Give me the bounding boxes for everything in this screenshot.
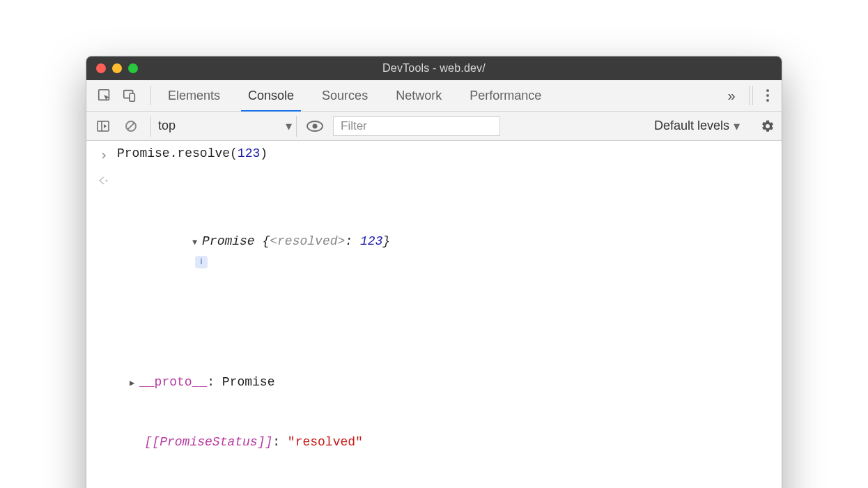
tab-label: Network [396,89,442,103]
divider [150,86,151,105]
minimize-window-button[interactable] [112,63,122,73]
execution-context-select[interactable]: top ▾ [150,116,297,137]
context-label: top [158,119,176,133]
window-title: DevTools - web.dev/ [86,62,782,75]
live-expression-icon[interactable] [305,121,325,132]
devtools-window: DevTools - web.dev/ Elements Console Sou… [86,56,782,488]
zoom-window-button[interactable] [128,63,138,73]
console-settings-icon[interactable] [758,119,777,133]
svg-point-12 [106,180,108,182]
input-gutter-icon [96,144,111,166]
more-tabs-button[interactable]: » [717,88,746,104]
filter-input[interactable] [333,116,500,136]
more-options-icon[interactable] [752,86,782,105]
close-window-button[interactable] [96,63,106,73]
chevron-down-icon: ▾ [286,119,292,134]
object-info-icon[interactable]: i [195,256,208,268]
tab-elements[interactable]: Elements [154,80,234,111]
tab-performance[interactable]: Performance [456,80,555,111]
object-properties: __proto__: Promise [[PromiseStatus]]: "r… [117,332,775,488]
svg-point-4 [766,94,769,97]
svg-point-11 [313,123,318,128]
promise-status-row[interactable]: [[PromiseStatus]]: "resolved" [130,432,775,452]
tab-label: Console [248,89,294,103]
device-toolbar-icon[interactable] [117,88,142,103]
chevron-down-icon: ▾ [734,119,740,134]
console-input-row: Promise.resolve(123) [86,141,782,169]
clear-console-icon[interactable] [121,119,141,133]
main-toolbar: Elements Console Sources Network Perform… [86,80,782,112]
expand-toggle-icon[interactable] [130,372,139,392]
expand-toggle-icon[interactable] [192,231,202,252]
toggle-sidebar-icon[interactable] [93,119,113,133]
svg-rect-2 [130,93,134,101]
levels-label: Default levels [654,119,729,133]
titlebar: DevTools - web.dev/ [86,56,782,80]
tab-network[interactable]: Network [382,80,456,111]
svg-line-9 [127,123,134,130]
tab-label: Sources [322,89,368,103]
tab-label: Elements [168,89,220,103]
svg-point-5 [766,99,769,102]
tab-bar: Elements Console Sources Network Perform… [154,80,717,111]
console-toolbar: top ▾ Default levels ▾ [86,112,782,141]
tab-label: Performance [470,89,541,103]
tab-console[interactable]: Console [234,80,308,111]
svg-rect-6 [98,121,109,131]
proto-row[interactable]: __proto__: Promise [130,372,775,392]
inspect-element-icon[interactable] [92,88,117,103]
traffic-lights [86,63,138,73]
tab-sources[interactable]: Sources [308,80,382,111]
console-output-row: Promise {<resolved>: 123} i __proto__: P… [86,169,782,488]
output-gutter-icon [96,171,111,488]
divider [749,86,750,105]
input-expression[interactable]: Promise.resolve(123) [117,144,775,166]
console-body: Promise.resolve(123) Promise {<resolved>… [86,141,782,488]
svg-point-3 [766,89,769,92]
log-levels-select[interactable]: Default levels ▾ [654,119,740,134]
output-object[interactable]: Promise {<resolved>: 123} i __proto__: P… [117,171,775,488]
